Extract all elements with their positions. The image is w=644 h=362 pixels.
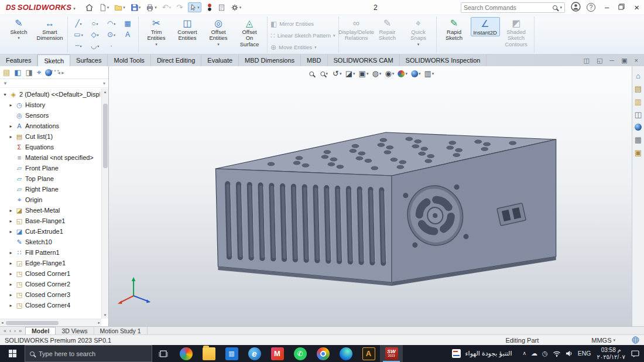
custom-properties-icon[interactable]: ▦ [635, 136, 642, 144]
save-button[interactable]: ▾ [131, 4, 141, 11]
display-delete-relations-button[interactable]: ∞ Display/Delete Relations [342, 17, 371, 42]
design-library-icon[interactable]: ▤ [635, 85, 642, 93]
scroll-left-icon[interactable]: ◂ [1, 320, 4, 325]
graphics-area[interactable]: ▾↺▾◪▾▣▾◍▾◉▾▾▾▥▾ [109, 66, 632, 326]
select-tool-button[interactable]: ▾ [188, 2, 201, 12]
scroll-up-icon[interactable]: ▴ [104, 88, 107, 95]
expand-arrow-icon[interactable]: ▸ [8, 124, 13, 129]
offset-entities-button[interactable]: ◎ Offset Entities ▾ [204, 17, 233, 47]
tree-item-closed-corner3[interactable]: ▸◳Closed Corner3 [1, 289, 100, 300]
action-center-icon[interactable] [631, 350, 639, 358]
resource-monitor-icon[interactable] [207, 3, 213, 12]
chevron-down-icon[interactable]: ▾ [392, 71, 395, 76]
sketch-pattern-tool-icon[interactable]: ▦ [120, 18, 135, 29]
chevron-down-icon[interactable]: ▾ [155, 42, 157, 47]
chevron-down-icon[interactable]: ▾ [73, 6, 76, 11]
cloud-icon[interactable]: ☁ [531, 350, 537, 357]
first-tab-icon[interactable]: « [4, 328, 6, 334]
tree-item-cut-extrude1[interactable]: ▸◪Cut-Extrude1 [1, 226, 100, 237]
scroll-right-icon[interactable]: ▸ [98, 320, 100, 325]
sheet-metal-box[interactable] [215, 132, 556, 286]
close-icon[interactable]: × [634, 3, 639, 12]
expand-arrow-icon[interactable]: ▸ [8, 218, 13, 224]
file-explorer-icon[interactable]: ▥ [635, 98, 642, 105]
tab-sketch[interactable]: Sketch [37, 54, 70, 66]
solidworks-resources-icon[interactable]: ⌂ [636, 72, 640, 80]
search-input[interactable] [464, 4, 550, 11]
chevron-down-icon[interactable]: ▾ [314, 45, 317, 50]
tab-3d-views[interactable]: 3D Views [56, 327, 94, 334]
chevron-down-icon[interactable]: ▾ [18, 36, 20, 40]
undo-button[interactable]: ↶▾ [162, 4, 171, 11]
tab-evaluate[interactable]: Evaluate [201, 54, 239, 66]
tab-motion-study-1[interactable]: Motion Study 1 [94, 327, 148, 334]
linear-sketch-pattern-button[interactable]: ∷ Linear Sketch Pattern ▾ [270, 30, 335, 40]
tree-item-edge-flange1[interactable]: ▸◲Edge-Flange1 [1, 258, 100, 268]
scroll-down-icon[interactable]: ▾ [104, 312, 107, 319]
tree-item-sketch10[interactable]: ✎Sketch10 [1, 237, 100, 247]
solidworks-forum-icon[interactable]: ▣ [635, 149, 642, 156]
tree-item-closed-corner4[interactable]: ▸◳Closed Corner4 [1, 300, 100, 310]
feature-manager-tab[interactable]: ▤ [3, 69, 10, 76]
expand-arrow-icon[interactable]: ▸ [8, 134, 13, 139]
chevron-down-icon[interactable]: ▾ [379, 71, 382, 76]
scroll-thumb[interactable] [6, 321, 59, 325]
search-caret-icon[interactable]: ▾ [560, 5, 562, 10]
restore-icon[interactable] [618, 4, 625, 11]
expand-arrow-icon[interactable]: ▸ [8, 250, 13, 255]
tab-features[interactable]: Features [0, 54, 37, 66]
tree-item-closed-corner2[interactable]: ▸◳Closed Corner2 [1, 279, 100, 289]
3d-model[interactable] [109, 66, 632, 326]
quick-snaps-button[interactable]: ⌖ Quick Snaps ▾ [404, 17, 433, 47]
point-tool-icon[interactable]: · [104, 40, 119, 51]
login-button[interactable] [571, 2, 581, 13]
circle-tool-icon[interactable]: ○▾ [87, 18, 102, 29]
start-button[interactable] [0, 345, 25, 362]
configuration-manager-tab[interactable]: ◨ [26, 69, 33, 76]
minimize-document-icon[interactable]: ─ [609, 57, 614, 64]
hidden-icons-chevron[interactable]: ∧ [523, 351, 527, 356]
section-view-button[interactable]: ◪▾ [344, 68, 357, 79]
print-button[interactable]: ▾ [146, 4, 157, 12]
tab-mold-tools[interactable]: Mold Tools [108, 54, 150, 66]
filter-caret-icon[interactable]: ▾ [103, 81, 105, 86]
cascade-windows-icon[interactable]: ◫ [584, 57, 590, 64]
panel-splitter-handle[interactable]: •••• [48, 68, 60, 74]
chevron-down-icon[interactable]: ▾ [405, 71, 407, 76]
tab-mbd[interactable]: MBD [301, 54, 327, 66]
expand-arrow-icon[interactable]: ▸ [8, 292, 13, 298]
taskbar-app-pinwheel-button[interactable] [174, 345, 197, 362]
chevron-down-icon[interactable]: ▾ [333, 33, 335, 38]
tab-direct-editing[interactable]: Direct Editing [151, 54, 201, 66]
tree-vertical-scrollbar[interactable]: ▴ ▾ [101, 88, 108, 319]
search-icon[interactable] [553, 5, 557, 10]
taskbar-search[interactable]: Type here to search [25, 345, 152, 362]
appearances-icon[interactable] [635, 124, 642, 131]
units-selector[interactable]: MMGS ▾ [591, 337, 615, 344]
trim-entities-button[interactable]: ✂ Trim Entities ▾ [142, 17, 171, 47]
expand-arrow-icon[interactable]: ▸ [8, 261, 13, 266]
tree-item-material-not-specified[interactable]: ≡Material <not specified> [1, 152, 100, 163]
taskbar-app-edge-button[interactable] [334, 345, 357, 362]
tree-item-base-flange1[interactable]: ▸◱Base-Flange1 [1, 216, 100, 226]
convert-entities-button[interactable]: ◫ Convert Entities [173, 17, 202, 42]
new-document-button[interactable]: ▾ [99, 4, 109, 12]
view-settings-button[interactable]: ▥▾ [423, 68, 435, 79]
next-tab-icon[interactable]: › [14, 328, 16, 334]
arc-tool-icon[interactable]: ◠▾ [104, 18, 119, 29]
expand-arrow-icon[interactable]: ▸ [8, 208, 13, 213]
ellipse-tool-icon[interactable]: ⊙▾ [104, 29, 119, 40]
tab-solidworks-inspection[interactable]: SOLIDWORKS Inspection [400, 54, 487, 66]
last-tab-icon[interactable]: » [19, 328, 22, 334]
instant2d-button[interactable]: ∠ Instant2D [471, 17, 500, 36]
move-entities-button[interactable]: ⊕ Move Entities ▾ [270, 42, 317, 52]
expand-arrow-icon[interactable]: ▾ [2, 92, 8, 97]
task-view-button[interactable] [152, 345, 174, 362]
hide-show-items-button[interactable]: ◉▾ [383, 68, 395, 79]
rapid-sketch-button[interactable]: ✎ Rapid Sketch [440, 17, 469, 42]
home-button[interactable] [85, 3, 94, 12]
shaded-sketch-contours-button[interactable]: ◩ Shaded Sketch Contours [502, 17, 531, 47]
taskbar-app-chrome-button[interactable] [311, 345, 334, 362]
maximize-document-icon[interactable]: ▣ [621, 57, 627, 64]
view-orientation-button[interactable]: ▣▾ [358, 68, 370, 79]
